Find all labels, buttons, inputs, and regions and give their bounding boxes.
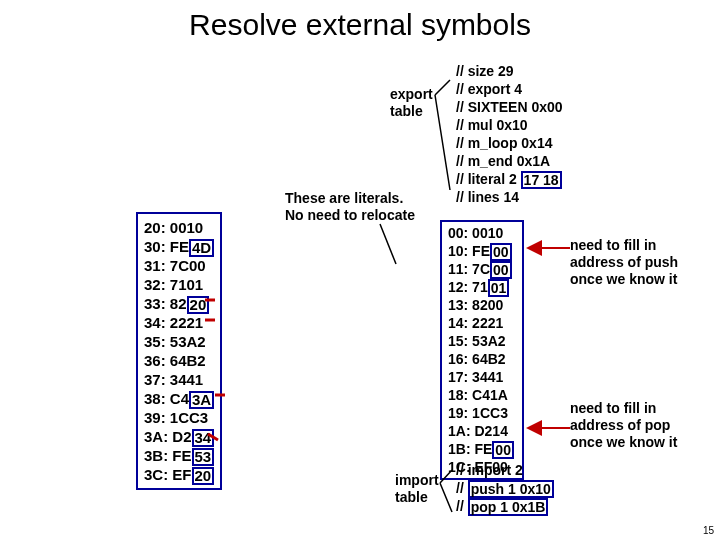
mem-line: 20: 0010 (144, 218, 214, 237)
mem-line: 35: 53A2 (144, 332, 214, 351)
mem-line: 33: 8220 (144, 294, 214, 313)
mem-line: 32: 7101 (144, 275, 214, 294)
mem-line: 3C: EF20 (144, 465, 214, 484)
mem-line: 15: 53A2 (448, 332, 514, 350)
note-line: once we know it (570, 434, 677, 451)
comment-line: // lines 14 (456, 188, 563, 206)
export-comments-block: // size 29 // export 4 // SIXTEEN 0x00 /… (456, 62, 563, 206)
note-line: need to fill in (570, 237, 678, 254)
mem-line: 14: 2221 (448, 314, 514, 332)
mem-line: 17: 3441 (448, 368, 514, 386)
export-table-label: export table (390, 86, 433, 120)
comment-line: // export 4 (456, 80, 563, 98)
pop-note: need to fill in address of pop once we k… (570, 400, 677, 451)
literals-note: These are literals. No need to relocate (285, 190, 415, 224)
mem-line: 13: 8200 (448, 296, 514, 314)
mem-line: 16: 64B2 (448, 350, 514, 368)
comment-line: // m_loop 0x14 (456, 134, 563, 152)
mem-line: 37: 3441 (144, 370, 214, 389)
mem-line: 1B: FE00 (448, 440, 514, 458)
comment-line: // pop 1 0x1B (456, 497, 554, 515)
import-table-label: import table (395, 472, 439, 506)
mem-line: 3A: D234 (144, 427, 214, 446)
comment-line: // SIXTEEN 0x00 (456, 98, 563, 116)
note-line: These are literals. (285, 190, 415, 207)
comment-line: // push 1 0x10 (456, 479, 554, 497)
comment-line: // import 2 (456, 461, 554, 479)
page-number: 15 (703, 525, 714, 536)
mem-line: 00: 0010 (448, 224, 514, 242)
mem-line: 3B: FE53 (144, 446, 214, 465)
mem-line: 10: FE00 (448, 242, 514, 260)
mem-line: 12: 7101 (448, 278, 514, 296)
note-line: address of pop (570, 417, 677, 434)
mem-line: 19: 1CC3 (448, 404, 514, 422)
mem-line: 34: 2221 (144, 313, 214, 332)
mem-line: 11: 7C00 (448, 260, 514, 278)
right-memory-box: 00: 0010 10: FE00 11: 7C00 12: 7101 13: … (440, 220, 524, 480)
left-memory-box: 20: 0010 30: FE4D 31: 7C00 32: 7101 33: … (136, 212, 222, 490)
note-line: once we know it (570, 271, 678, 288)
mem-line: 18: C41A (448, 386, 514, 404)
note-line: need to fill in (570, 400, 677, 417)
push-note: need to fill in address of push once we … (570, 237, 678, 288)
mem-line: 36: 64B2 (144, 351, 214, 370)
comment-line: // literal 2 17 18 (456, 170, 563, 188)
page-title: Resolve external symbols (0, 0, 720, 42)
mem-line: 30: FE4D (144, 237, 214, 256)
import-comments-block: // import 2 // push 1 0x10 // pop 1 0x1B (456, 461, 554, 515)
note-line: No need to relocate (285, 207, 415, 224)
comment-line: // size 29 (456, 62, 563, 80)
comment-line: // mul 0x10 (456, 116, 563, 134)
mem-line: 39: 1CC3 (144, 408, 214, 427)
mem-line: 31: 7C00 (144, 256, 214, 275)
comment-line: // m_end 0x1A (456, 152, 563, 170)
svg-line-0 (380, 224, 396, 264)
mem-line: 1A: D214 (448, 422, 514, 440)
mem-line: 38: C43A (144, 389, 214, 408)
note-line: address of push (570, 254, 678, 271)
